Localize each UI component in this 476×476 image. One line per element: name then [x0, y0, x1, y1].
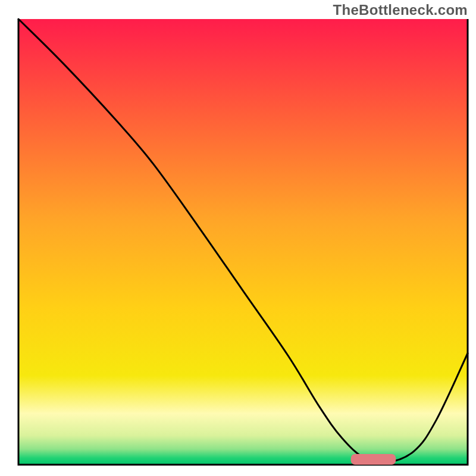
- plot-background: [18, 19, 468, 465]
- bottleneck-chart: [0, 0, 476, 476]
- watermark-text: TheBottleneck.com: [333, 2, 468, 18]
- chart-container: { "watermark": "TheBottleneck.com", "cha…: [0, 0, 476, 476]
- optimal-marker: [351, 454, 396, 465]
